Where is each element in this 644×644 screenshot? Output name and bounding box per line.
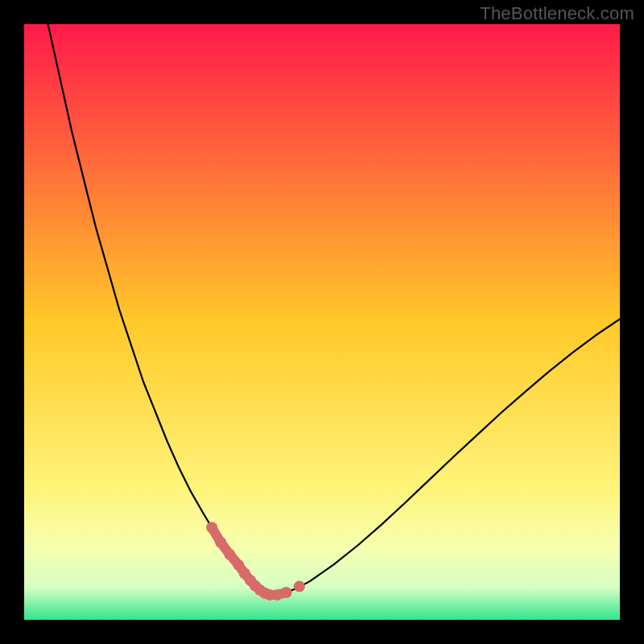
plot-area xyxy=(24,24,620,620)
gradient-background xyxy=(24,24,620,620)
marker-dot xyxy=(215,537,226,548)
chart-frame: TheBottleneck.com xyxy=(0,0,644,644)
chart-svg xyxy=(24,24,620,620)
watermark-text: TheBottleneck.com xyxy=(480,3,634,24)
marker-dot xyxy=(224,549,235,560)
marker-dot xyxy=(281,587,292,598)
marker-dot xyxy=(206,522,217,533)
marker-dot xyxy=(294,581,305,592)
